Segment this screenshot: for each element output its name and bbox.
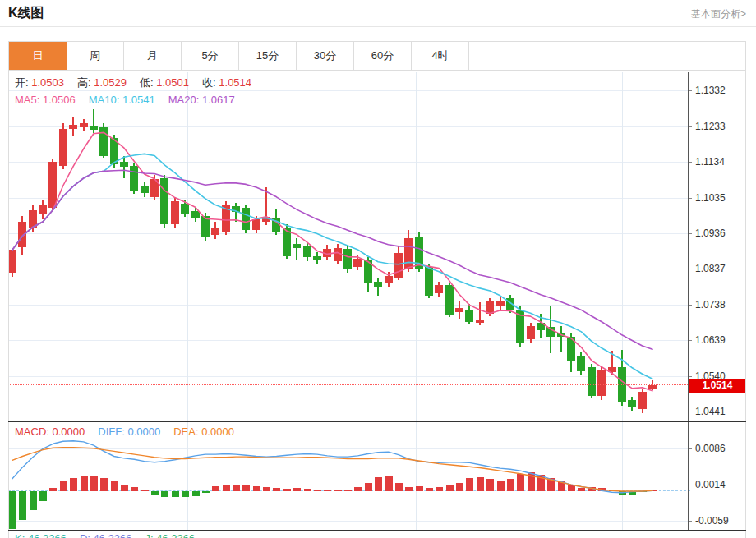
candle-body xyxy=(353,259,362,267)
candle-body xyxy=(252,219,260,230)
candle-body xyxy=(120,162,128,167)
tab-15分[interactable]: 15分 xyxy=(239,42,297,70)
low-value: 低: 1.0501 xyxy=(140,76,189,90)
macd-histogram-bar xyxy=(30,491,37,510)
price-tick-mark xyxy=(689,233,692,234)
candle-body xyxy=(130,166,138,191)
tab-月[interactable]: 月 xyxy=(124,42,182,70)
macd-histogram-bar xyxy=(416,486,423,491)
price-tick-mark xyxy=(689,305,692,306)
ma-header: MA5: 1.0506 MA10: 1.0541 MA20: 1.0617 xyxy=(15,94,248,106)
macd-histogram-bar xyxy=(81,476,88,491)
main-macd-separator xyxy=(8,421,746,422)
macd-histogram-bar xyxy=(19,491,26,520)
candle-body xyxy=(99,127,108,156)
main-gridline xyxy=(8,305,688,306)
dea-value: DEA: 0.0000 xyxy=(173,425,234,438)
main-gridline xyxy=(8,90,688,91)
macd-histogram-bar xyxy=(405,487,413,491)
candle-body xyxy=(425,267,433,296)
macd-histogram-bar xyxy=(202,491,210,493)
macd-histogram-bar xyxy=(568,485,575,491)
macd-histogram-bar xyxy=(182,491,189,497)
candle-body xyxy=(394,253,403,278)
macd-histogram-bar xyxy=(293,488,301,491)
candle-body xyxy=(262,217,270,222)
macd-tick-mark xyxy=(689,485,692,485)
kdj-header: K: 46.2366 D: 46.2366 J: 46.2366 xyxy=(15,532,208,538)
candle-wick xyxy=(123,156,125,178)
macd-histogram-bar xyxy=(426,488,433,491)
macd-histogram-bar xyxy=(39,491,47,501)
macd-histogram-bar xyxy=(639,491,647,492)
close-value: 收: 1.0514 xyxy=(202,76,251,90)
price-tick-label: 1.1233 xyxy=(695,121,726,132)
macd-histogram-bar xyxy=(629,491,636,495)
macd-kdj-separator xyxy=(8,530,746,531)
candle-body xyxy=(110,138,118,164)
price-tick-label: 1.0639 xyxy=(695,334,726,346)
macd-histogram-bar xyxy=(477,477,484,491)
candle-body xyxy=(59,129,67,166)
tab-60分[interactable]: 60分 xyxy=(354,42,412,70)
candle-body xyxy=(18,222,26,247)
vertical-gridline xyxy=(187,72,188,530)
candle-body xyxy=(465,310,473,322)
price-tick-mark xyxy=(689,269,692,269)
ma5-line xyxy=(12,132,652,390)
macd-histogram-bar xyxy=(49,488,57,491)
macd-histogram-bar xyxy=(619,491,626,495)
macd-histogram-bar xyxy=(273,488,280,491)
macd-histogram-bar xyxy=(223,485,230,491)
candle-body xyxy=(48,162,57,208)
macd-histogram-bar xyxy=(253,486,260,491)
macd-histogram-bar xyxy=(9,491,16,529)
candle-body xyxy=(293,244,301,248)
open-value: 开: 1.0503 xyxy=(15,76,64,90)
price-tick-label: 1.1035 xyxy=(695,192,726,204)
candle-body xyxy=(404,238,413,269)
macd-histogram-bar xyxy=(60,481,67,491)
macd-histogram-bar xyxy=(354,487,362,491)
macd-histogram-bar xyxy=(304,489,311,491)
macd-histogram-bar xyxy=(609,490,616,491)
candle-body xyxy=(476,320,484,323)
macd-histogram-bar xyxy=(497,481,505,491)
macd-histogram-bar xyxy=(90,476,98,491)
macd-histogram-bar xyxy=(537,475,545,491)
candle-wick xyxy=(296,238,297,260)
candle-body xyxy=(435,285,443,293)
macd-histogram-bar xyxy=(375,477,382,491)
macd-header: MACD: 0.0000 DIFF: 0.0000 DEA: 0.0000 xyxy=(15,425,247,438)
candle-body xyxy=(638,392,647,409)
macd-histogram-bar xyxy=(558,481,565,491)
tab-4时[interactable]: 4时 xyxy=(412,42,469,70)
macd-histogram-bar xyxy=(528,472,535,491)
main-gridline xyxy=(8,340,688,341)
kdj-k-value: K: 46.2366 xyxy=(15,532,67,538)
candle-body xyxy=(567,337,575,361)
fundamental-analysis-link[interactable]: 基本面分析> xyxy=(691,7,746,21)
tabbar-spacer xyxy=(469,42,745,70)
current-price-line xyxy=(8,384,688,385)
tab-日[interactable]: 日 xyxy=(9,42,67,70)
macd-histogram-bar xyxy=(100,478,108,491)
macd-tick-mark xyxy=(689,521,692,522)
main-gridline xyxy=(8,412,688,412)
candle-body xyxy=(385,276,393,283)
macd-histogram-bar xyxy=(395,483,403,491)
tab-5分[interactable]: 5分 xyxy=(182,42,239,70)
macd-histogram-bar xyxy=(324,490,331,491)
candle-body xyxy=(557,333,565,337)
tab-30分[interactable]: 30分 xyxy=(297,42,354,70)
price-tick-label: 1.0837 xyxy=(695,263,726,274)
candle-body xyxy=(445,285,454,315)
tab-周[interactable]: 周 xyxy=(67,42,124,70)
macd-histogram-bar xyxy=(151,491,159,495)
macd-histogram-bar xyxy=(446,485,454,491)
price-tick-mark xyxy=(689,376,692,377)
candle-body xyxy=(455,308,463,312)
period-tabbar: 日周月5分15分30分60分4时 xyxy=(8,41,746,71)
macd-histogram-bar xyxy=(242,485,250,491)
vertical-gridline xyxy=(416,72,417,530)
